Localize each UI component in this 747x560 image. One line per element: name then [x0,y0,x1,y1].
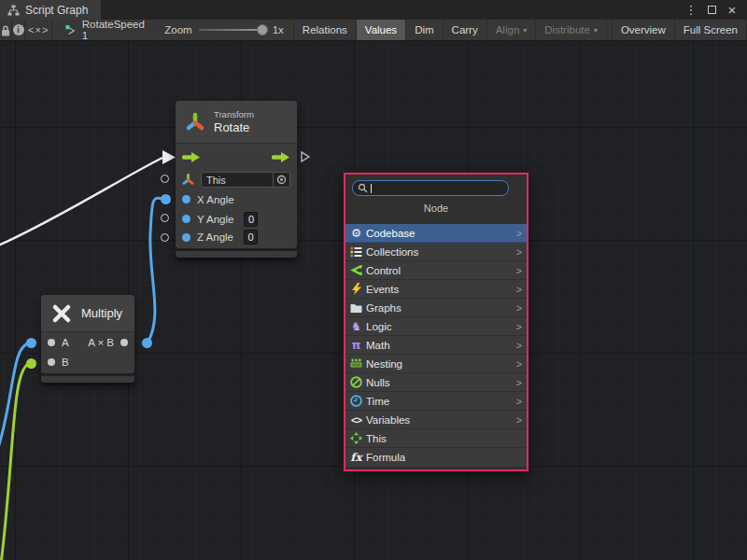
node-transform-rotate[interactable]: Transform Rotate [176,101,297,258]
chevron-right-icon: > [516,414,522,426]
multiply-node-header[interactable]: Multiply [41,295,134,332]
item-label: Nulls [366,377,390,388]
wire-control-flow[interactable] [0,158,162,246]
chevron-right-icon: > [516,358,522,370]
node-footer-strip [176,251,297,258]
x-angle-port[interactable] [182,195,190,203]
finder-item-nesting[interactable]: Nesting > [345,355,527,373]
wire-multiply-b-input[interactable] [1,363,31,560]
z-angle-outer-port[interactable] [161,233,169,242]
node-category: Transform [214,109,254,120]
code-preview-toggle[interactable]: <×> [25,20,52,40]
this-outer-port[interactable] [161,175,169,183]
x-angle-outer-port[interactable] [161,194,171,204]
finder-item-graphs[interactable]: Graphs > [345,299,527,317]
y-angle-label: Y Angle [197,214,233,225]
toolbar-button-values[interactable]: Values [357,20,406,40]
item-label: Time [366,396,389,407]
toolbar-button-overview[interactable]: Overview [612,20,675,40]
y-angle-value-field[interactable]: 0 [244,212,258,227]
search-input[interactable] [352,180,509,196]
info-icon: i [13,24,24,35]
flow-continue-triangle-icon[interactable] [301,151,310,162]
zoom-slider[interactable] [199,29,266,31]
toolbar-button-carry[interactable]: Carry [444,20,487,40]
y-angle-outer-port[interactable] [161,214,169,222]
maximize-icon[interactable] [704,3,719,18]
chevron-right-icon: > [516,284,522,295]
dropdown-arrow-icon: ▾ [523,26,527,35]
graph-reference[interactable]: RotateSpeed 1 [52,20,155,40]
toolbar-button-dim[interactable]: Dim [406,20,443,40]
flow-input-port[interactable] [182,151,201,163]
finder-item-this[interactable]: This [345,429,527,448]
finder-item-variables[interactable]: <> Variables > [345,411,527,429]
finder-item-math[interactable]: π Math > [345,336,527,355]
item-label: This [366,433,387,444]
graph-ref-label: RotateSpeed 1 [82,20,147,41]
z-angle-value-field[interactable]: 0 [244,230,258,245]
product-outer-port[interactable] [142,338,152,348]
graph-canvas[interactable]: Transform Rotate [0,41,747,560]
null-slash-icon [349,376,363,389]
finder-item-events[interactable]: Events > [345,280,527,299]
a-input-port[interactable] [48,339,55,346]
toolbar-button-distribute[interactable]: Distribute ▾ [536,20,607,40]
finder-item-time[interactable]: Time > [345,392,527,411]
a-outer-port[interactable] [26,338,36,348]
item-label: Collections [366,246,418,258]
tab-script-graph[interactable]: Script Graph [0,0,101,20]
knight-icon: ♞ [349,320,363,333]
finder-item-control[interactable]: Control > [345,261,527,280]
item-label: Nesting [366,358,402,370]
toolbar-button-fullscreen[interactable]: Full Screen [675,20,747,40]
align-label: Align [496,24,520,35]
maximize-box [708,6,716,14]
finder-item-nulls[interactable]: Nulls > [345,373,527,392]
flow-output-port[interactable] [272,151,290,163]
fx-icon: fx [349,451,363,464]
lightning-icon [349,283,363,296]
finder-item-formula[interactable]: fx Formula [345,448,527,467]
node-multiply[interactable]: Multiply A A × B B [41,295,134,383]
z-angle-port[interactable] [182,233,190,242]
lock-button[interactable] [0,20,12,40]
dropdown-arrow-icon: ▾ [594,26,598,35]
this-object-field[interactable]: This [201,172,290,188]
chevron-right-icon: > [516,321,522,332]
tab-title: Script Graph [25,4,88,17]
finder-item-codebase[interactable]: ⚙ Codebase > [345,224,527,243]
clock-icon [349,395,363,408]
chevron-right-icon: > [516,228,522,239]
z-angle-label: Z Angle [197,231,233,243]
multiply-icon [50,302,73,325]
y-angle-port[interactable] [182,215,190,223]
b-outer-port[interactable] [26,358,36,369]
toolbar-button-relations[interactable]: Relations [294,20,357,40]
toolbar-button-align[interactable]: Align ▾ [487,20,537,40]
finder-item-collections[interactable]: Collections > [345,243,527,261]
finder-item-logic[interactable]: ♞ Logic > [345,317,527,336]
brackets-icon: <> [349,413,363,427]
wire-multiply-a-input[interactable] [0,343,31,448]
node-title: Rotate [214,120,254,134]
chevron-right-icon: > [516,302,522,314]
folder-icon [349,301,363,315]
window-menu-icon[interactable]: ⋮ [684,3,698,18]
unity-visual-scripting-window: Script Graph ⋮ × i <×> RotateSpeed 1 [0,0,747,560]
object-picker-icon[interactable] [273,173,289,187]
window-controls: ⋮ × [684,0,747,20]
close-icon[interactable]: × [725,3,740,18]
distribute-label: Distribute [544,24,590,35]
graph-node-icon [65,24,77,36]
rotate-yangle-row: Y Angle 0 [176,209,297,229]
node-title: Multiply [81,306,122,320]
info-button[interactable]: i [12,20,25,40]
product-output-port[interactable] [120,339,128,346]
zoom-slider-handle[interactable] [257,24,268,35]
transform-icon [185,112,205,133]
rotate-node-header[interactable]: Transform Rotate [176,101,297,144]
chevron-right-icon: > [516,246,522,258]
b-input-port[interactable] [48,358,55,366]
pi-icon: π [349,339,363,352]
